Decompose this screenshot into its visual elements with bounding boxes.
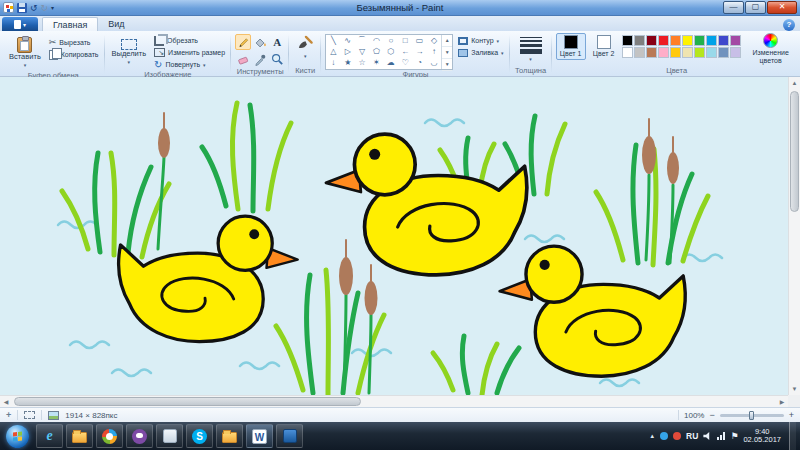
- palette-swatch[interactable]: [658, 35, 669, 46]
- color2-button[interactable]: Цвет 2: [589, 33, 619, 60]
- maximize-button[interactable]: ▢: [745, 1, 766, 14]
- horizontal-scrollbar-thumb[interactable]: [14, 397, 361, 406]
- shape-item[interactable]: ∿: [341, 35, 355, 46]
- minimize-button[interactable]: —: [723, 1, 744, 14]
- select-button[interactable]: Выделить▾: [109, 33, 150, 68]
- zoom-in-button[interactable]: +: [789, 411, 794, 420]
- tray-icon-red[interactable]: [673, 432, 681, 440]
- taskbar-icon-word[interactable]: W: [246, 424, 273, 448]
- volume-icon[interactable]: [703, 432, 712, 441]
- paint-canvas[interactable]: [0, 77, 788, 395]
- zoom-slider-thumb[interactable]: [749, 411, 754, 420]
- shape-item[interactable]: ▭: [412, 35, 426, 46]
- palette-swatch[interactable]: [730, 35, 741, 46]
- text-tool-button[interactable]: A: [269, 34, 285, 50]
- shape-item[interactable]: ⬡: [384, 46, 398, 57]
- brushes-button[interactable]: ▾: [293, 33, 317, 62]
- shape-item[interactable]: ⬠: [369, 46, 383, 57]
- shape-item[interactable]: ⌒: [355, 35, 369, 46]
- taskbar-clock[interactable]: 9:40 02.05.2017: [743, 428, 781, 445]
- shape-fill-button[interactable]: Заливка▾: [456, 47, 505, 58]
- palette-swatch[interactable]: [622, 47, 633, 58]
- palette-swatch[interactable]: [634, 47, 645, 58]
- help-icon[interactable]: ?: [783, 19, 795, 31]
- scroll-right-icon[interactable]: ▶: [776, 396, 788, 407]
- shape-item[interactable]: ☁: [384, 57, 398, 68]
- cut-button[interactable]: ✂Вырезать: [47, 37, 101, 48]
- show-desktop-button[interactable]: [789, 422, 796, 450]
- vertical-scrollbar-thumb[interactable]: [790, 91, 799, 212]
- rotate-button[interactable]: ↻Повернуть▾: [152, 59, 227, 70]
- pencil-tool-button[interactable]: [235, 34, 251, 50]
- palette-swatch[interactable]: [706, 35, 717, 46]
- shape-item[interactable]: ♡: [398, 57, 412, 68]
- shape-item[interactable]: ◇: [427, 35, 441, 46]
- palette-swatch[interactable]: [634, 35, 645, 46]
- palette-swatch[interactable]: [622, 35, 633, 46]
- palette-swatch[interactable]: [646, 47, 657, 58]
- tray-icon-blue[interactable]: [660, 432, 668, 440]
- taskbar-icon-internet-explorer[interactable]: e: [36, 424, 63, 448]
- shape-item[interactable]: ☆: [355, 57, 369, 68]
- taskbar-icon-blue-app[interactable]: [276, 424, 303, 448]
- shape-outline-button[interactable]: Контур▾: [456, 35, 505, 46]
- action-center-flag-icon[interactable]: ⚑: [730, 432, 738, 441]
- palette-swatch[interactable]: [670, 35, 681, 46]
- eraser-tool-button[interactable]: [235, 51, 251, 67]
- palette-swatch[interactable]: [682, 35, 693, 46]
- gallery-scroll-down-icon[interactable]: ▼: [442, 47, 452, 59]
- taskbar-icon-app[interactable]: [156, 424, 183, 448]
- palette-swatch[interactable]: [646, 35, 657, 46]
- shape-item[interactable]: ○: [384, 35, 398, 46]
- shape-item[interactable]: →: [412, 46, 426, 57]
- shape-item[interactable]: ◡: [427, 57, 441, 68]
- undo-icon[interactable]: ↺: [30, 3, 38, 13]
- palette-swatch[interactable]: [706, 47, 717, 58]
- palette-swatch[interactable]: [670, 47, 681, 58]
- horizontal-scrollbar[interactable]: ◀ ▶: [0, 395, 788, 407]
- close-button[interactable]: ✕: [767, 1, 797, 14]
- color1-button[interactable]: Цвет 1: [556, 33, 586, 60]
- shape-item[interactable]: ★: [341, 57, 355, 68]
- zoom-out-button[interactable]: −: [709, 411, 714, 420]
- vertical-scrollbar[interactable]: ▲ ▼: [788, 77, 800, 395]
- crop-button[interactable]: Обрезать: [152, 35, 227, 46]
- palette-swatch[interactable]: [718, 35, 729, 46]
- redo-icon[interactable]: ↻: [41, 3, 49, 13]
- paste-button[interactable]: Вставить▾: [6, 33, 44, 71]
- color-picker-tool-button[interactable]: [252, 51, 268, 67]
- shape-item[interactable]: ╲: [326, 35, 340, 46]
- palette-swatch[interactable]: [718, 47, 729, 58]
- paint-app-icon[interactable]: [3, 2, 14, 13]
- palette-swatch[interactable]: [658, 47, 669, 58]
- taskbar-icon-skype[interactable]: S: [186, 424, 213, 448]
- shape-item[interactable]: ▷: [341, 46, 355, 57]
- network-icon[interactable]: [717, 432, 725, 440]
- shape-item[interactable]: ↑: [427, 46, 441, 57]
- size-button[interactable]: ▾: [514, 33, 548, 62]
- language-indicator[interactable]: RU: [686, 431, 698, 441]
- start-button[interactable]: [6, 425, 29, 448]
- taskbar-icon-media-player[interactable]: [96, 424, 123, 448]
- save-icon[interactable]: [17, 3, 27, 13]
- scroll-left-icon[interactable]: ◀: [0, 396, 12, 407]
- edit-colors-button[interactable]: Изменение цветов: [744, 33, 798, 65]
- shape-item[interactable]: ✶: [369, 57, 383, 68]
- shape-item[interactable]: ↓: [326, 57, 340, 68]
- shape-item[interactable]: ▽: [355, 46, 369, 57]
- paint-menu-button[interactable]: ▾: [2, 17, 38, 31]
- tab-view[interactable]: Вид: [98, 17, 134, 31]
- resize-button[interactable]: ↘Изменить размер: [152, 47, 227, 58]
- palette-swatch[interactable]: [682, 47, 693, 58]
- fill-tool-button[interactable]: [252, 34, 268, 50]
- magnifier-tool-button[interactable]: [269, 51, 285, 67]
- qat-dropdown-icon[interactable]: ▾: [51, 4, 54, 11]
- gallery-scroll-up-icon[interactable]: ▲: [442, 35, 452, 47]
- taskbar-icon-explorer[interactable]: [66, 424, 93, 448]
- zoom-slider[interactable]: [720, 414, 784, 417]
- shape-item[interactable]: ◠: [369, 35, 383, 46]
- taskbar-icon-folder[interactable]: [216, 424, 243, 448]
- tab-home[interactable]: Главная: [42, 17, 98, 31]
- shape-item[interactable]: ◔: [412, 57, 426, 68]
- copy-button[interactable]: Копировать: [47, 49, 101, 60]
